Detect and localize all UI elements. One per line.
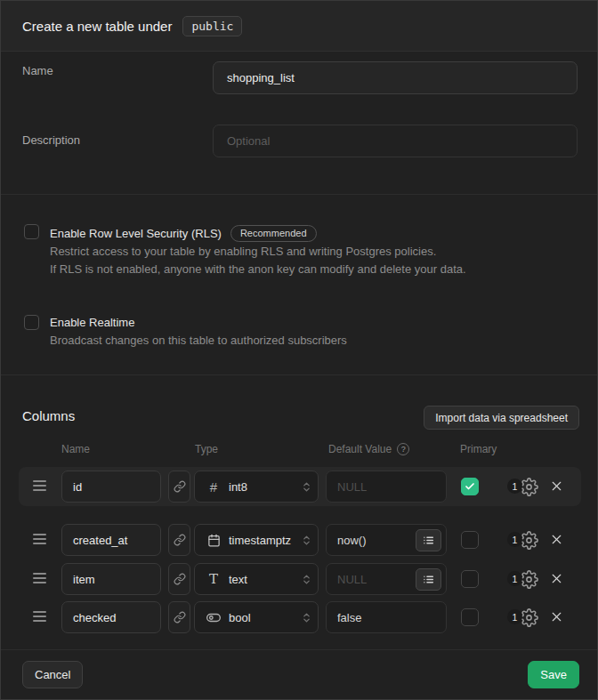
column-type-value: int8: [229, 480, 293, 494]
realtime-checkbox[interactable]: [24, 315, 39, 330]
settings-count-badge: 1: [507, 609, 522, 624]
column-name-value: item: [73, 573, 95, 586]
column-type-value: bool: [229, 611, 293, 624]
help-icon[interactable]: ?: [397, 443, 409, 455]
primary-key-checkbox[interactable]: [461, 608, 479, 626]
rls-description-1: Restrict access to your table by enablin…: [50, 245, 436, 258]
column-type-select[interactable]: # int8: [194, 471, 319, 503]
column-type-select[interactable]: bool: [194, 601, 319, 633]
remove-column-button[interactable]: [549, 479, 564, 494]
realtime-label: Enable Realtime: [50, 316, 134, 329]
foreign-key-button[interactable]: [168, 524, 190, 556]
default-value-text: false: [337, 611, 441, 624]
link-icon: [174, 534, 186, 546]
rls-checkbox[interactable]: [24, 224, 39, 239]
schema-badge: public: [182, 16, 242, 36]
remove-column-button[interactable]: [549, 609, 564, 624]
default-value-field[interactable]: NULL: [326, 471, 447, 503]
column-name-input[interactable]: created_at: [61, 524, 161, 556]
default-value-text: NULL: [337, 573, 416, 586]
list-icon: [423, 574, 434, 585]
close-icon: [549, 479, 564, 494]
list-icon: [423, 535, 434, 546]
column-name-value: id: [73, 480, 82, 494]
column-name-input[interactable]: item: [61, 563, 161, 595]
chevron-up-down-icon: [301, 535, 312, 546]
column-settings-button[interactable]: [520, 478, 538, 496]
table-description-input[interactable]: Optional: [213, 125, 578, 157]
default-value-header-text: Default Value: [328, 443, 392, 455]
close-icon: [549, 571, 564, 586]
drag-handle-icon[interactable]: [33, 573, 46, 586]
primary-key-checkbox[interactable]: [461, 531, 479, 549]
import-spreadsheet-button[interactable]: Import data via spreadsheet: [424, 406, 579, 430]
settings-count-badge: 1: [507, 571, 522, 586]
column-row: checked bool false 1: [1, 598, 598, 637]
close-icon: [549, 532, 564, 547]
rls-label: Enable Row Level Security (RLS): [50, 227, 222, 240]
column-name-input[interactable]: checked: [61, 601, 161, 633]
gear-icon: [520, 570, 538, 589]
remove-column-button[interactable]: [549, 532, 564, 547]
drag-handle-icon[interactable]: [33, 611, 46, 624]
default-value-field[interactable]: false: [326, 601, 447, 633]
chevron-up-down-icon: [301, 612, 312, 624]
foreign-key-button[interactable]: [168, 563, 190, 595]
column-settings-button[interactable]: [520, 570, 538, 589]
realtime-title-row: Enable Realtime: [50, 316, 134, 329]
create-table-dialog: Create a new table under public Name sho…: [0, 0, 598, 700]
default-value-text: NULL: [337, 480, 441, 494]
dialog-title: Create a new table under: [22, 19, 172, 34]
divider: [1, 194, 597, 195]
close-icon: [549, 609, 564, 624]
hash-icon: #: [206, 479, 221, 495]
link-icon: [174, 480, 186, 493]
description-placeholder: Optional: [227, 134, 270, 148]
foreign-key-button[interactable]: [168, 601, 190, 633]
settings-count-badge: 1: [507, 532, 522, 547]
column-type-value: text: [229, 573, 293, 586]
rls-title-row: Enable Row Level Security (RLS) Recommen…: [50, 225, 317, 242]
check-icon: [465, 481, 475, 492]
rls-description-2: If RLS is not enabled, anyone with the a…: [50, 262, 466, 276]
calendar-icon: [206, 534, 221, 547]
column-row: created_at timestamptz now() 1: [1, 520, 598, 559]
table-name-input[interactable]: shopping_list: [213, 61, 578, 94]
column-name-value: created_at: [73, 534, 127, 547]
column-settings-button[interactable]: [520, 531, 538, 550]
save-button[interactable]: Save: [528, 661, 579, 688]
column-type-select[interactable]: T text: [194, 563, 319, 595]
toggle-icon: [206, 610, 221, 625]
column-name-input[interactable]: id: [61, 471, 161, 503]
column-header-primary: Primary: [460, 443, 497, 455]
default-value-field[interactable]: now(): [326, 524, 447, 556]
default-value-field[interactable]: NULL: [326, 563, 447, 595]
table-name-value: shopping_list: [227, 71, 295, 84]
primary-key-checkbox[interactable]: [461, 570, 479, 588]
remove-column-button[interactable]: [549, 571, 564, 586]
drag-handle-icon[interactable]: [33, 534, 46, 547]
default-value-menu-button[interactable]: [416, 568, 441, 591]
primary-key-checkbox[interactable]: [461, 478, 479, 495]
foreign-key-button[interactable]: [168, 471, 190, 503]
name-label: Name: [22, 64, 53, 77]
default-value-text: now(): [337, 534, 416, 547]
drag-handle-icon[interactable]: [33, 480, 46, 494]
default-value-menu-button[interactable]: [416, 529, 441, 551]
description-label: Description: [22, 133, 80, 147]
column-type-value: timestamptz: [229, 534, 293, 547]
cancel-button[interactable]: Cancel: [22, 661, 83, 688]
column-header-name: Name: [61, 443, 90, 455]
divider: [1, 374, 597, 375]
gear-icon: [520, 531, 538, 550]
columns-section-title: Columns: [22, 408, 75, 423]
column-settings-button[interactable]: [520, 608, 538, 627]
gear-icon: [520, 608, 538, 627]
link-icon: [174, 573, 186, 585]
text-type-icon: T: [206, 571, 221, 587]
recommended-badge: Recommended: [230, 225, 317, 242]
dialog-footer: Cancel Save: [1, 649, 597, 699]
column-header-default: Default Value ?: [328, 443, 409, 455]
column-type-select[interactable]: timestamptz: [194, 524, 319, 556]
realtime-description: Broadcast changes on this table to autho…: [50, 334, 347, 347]
